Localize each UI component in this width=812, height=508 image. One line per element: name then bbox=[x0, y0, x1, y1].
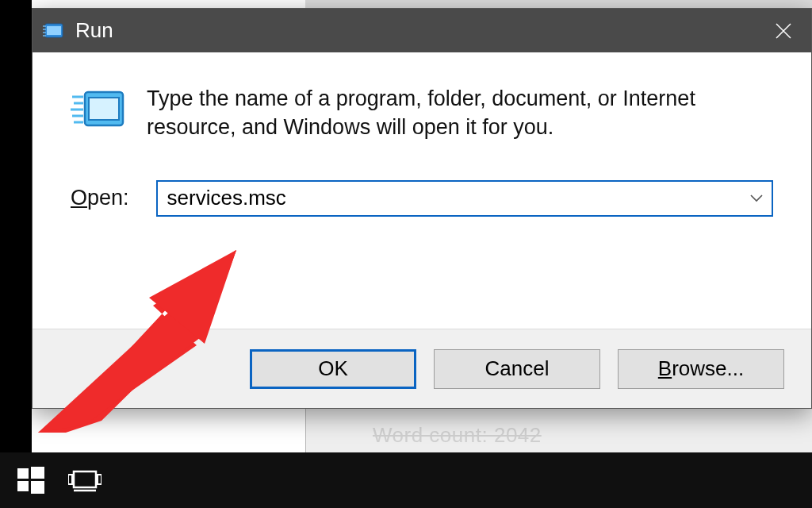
run-icon bbox=[42, 21, 64, 40]
desktop-left-edge bbox=[0, 0, 32, 452]
button-row: OK Cancel Browse... bbox=[33, 329, 811, 408]
svg-rect-3 bbox=[89, 98, 119, 120]
run-dialog: Run Type the name of a program, folder, … bbox=[32, 8, 812, 409]
taskbar[interactable] bbox=[0, 452, 812, 508]
titlebar-title: Run bbox=[75, 18, 756, 43]
ok-button[interactable]: OK bbox=[250, 349, 416, 389]
close-button[interactable] bbox=[756, 9, 811, 52]
dialog-description: Type the name of a program, folder, docu… bbox=[147, 84, 773, 142]
open-input[interactable] bbox=[167, 186, 749, 210]
svg-rect-10 bbox=[17, 481, 29, 491]
svg-rect-14 bbox=[98, 475, 102, 484]
svg-rect-11 bbox=[31, 481, 44, 494]
svg-rect-13 bbox=[68, 475, 72, 484]
run-large-icon bbox=[71, 87, 126, 137]
background-word-count: Word count: 2042 bbox=[373, 423, 542, 448]
task-view-icon[interactable] bbox=[68, 467, 102, 494]
browse-button[interactable]: Browse... bbox=[618, 349, 784, 389]
svg-rect-8 bbox=[17, 468, 29, 479]
svg-rect-1 bbox=[47, 26, 61, 35]
open-label: Open: bbox=[71, 186, 129, 210]
start-icon[interactable] bbox=[17, 467, 44, 494]
titlebar[interactable]: Run bbox=[33, 9, 811, 52]
chevron-down-icon[interactable] bbox=[749, 194, 764, 202]
dialog-body: Type the name of a program, folder, docu… bbox=[33, 52, 811, 329]
svg-rect-9 bbox=[31, 467, 44, 479]
svg-rect-12 bbox=[74, 471, 96, 487]
open-combobox[interactable] bbox=[156, 180, 773, 217]
background-window-header bbox=[305, 0, 812, 8]
cancel-button[interactable]: Cancel bbox=[434, 349, 600, 389]
